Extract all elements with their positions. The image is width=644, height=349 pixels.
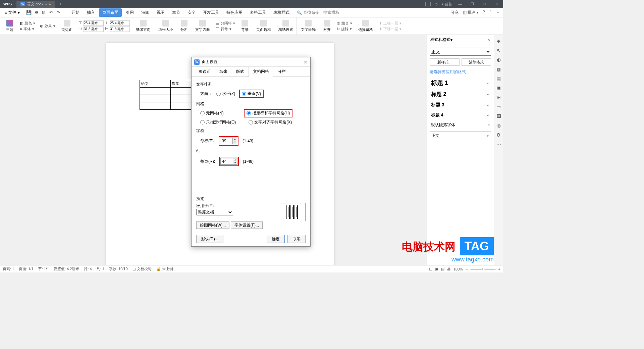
status-proof[interactable]: ▢ 文档校对 [132,266,152,271]
current-style-select[interactable]: 正文 [430,48,491,56]
font-setting-button[interactable]: 字体设置(F)... [231,221,263,229]
style-h2[interactable]: 标题 2↵ [430,89,491,100]
table-cell[interactable] [140,88,171,95]
perline-input[interactable] [220,138,232,144]
columns-button[interactable]: 分栏 [179,20,189,32]
zoom-slider[interactable]: ———⊙——— [471,267,496,271]
background-button[interactable]: 背景 [240,20,250,32]
dtab-columns[interactable]: 分栏 [273,67,290,77]
add-tab-button[interactable]: + [55,1,66,7]
maximize-button[interactable]: □ [480,2,488,6]
effect-button[interactable]: ◐ 效果 ▾ [40,23,55,29]
clear-format-button[interactable]: 清除格式 [462,58,491,66]
tab-start[interactable]: 开始 [68,8,83,17]
command-search[interactable]: 🔍 查找命令、搜索模板 [297,10,339,15]
strip-icon[interactable]: ▦ [496,66,502,72]
status-words[interactable]: 字数: 10/10 [109,266,128,271]
tab-dev[interactable]: 开发工具 [200,8,222,17]
strip-icon[interactable]: ⋯ [496,142,502,148]
view-icon[interactable]: 🖶 [447,267,451,271]
annotate-button[interactable]: ◫ 批注 ▾ [463,10,479,15]
strip-icon[interactable]: ▣ [496,85,502,91]
up-button[interactable]: ⬆ 上移一层 ▾ [379,21,401,26]
margin-top[interactable]: ⊤ ⊥ [79,20,130,26]
zoom-out-icon[interactable]: − [466,267,468,271]
style-h4[interactable]: 标题 4↵ [430,110,491,120]
radio-lineonly[interactable]: 只指定行网格(O) [200,119,236,125]
table-cell[interactable]: 语文 [140,80,171,88]
dtab-grid[interactable]: 文档网格 [249,67,273,77]
breaks-button[interactable]: ☰ 分隔符 ▾ [216,21,235,26]
strip-icon[interactable]: ◆ [496,38,502,44]
zoom-value[interactable]: 100% [453,267,463,271]
down-button[interactable]: ⬇ 下移一层 ▾ [379,27,401,32]
user-avatar[interactable]: ● 普普 [441,2,452,7]
status-page[interactable]: 页码: 1 [3,266,14,271]
radio-vertical[interactable]: 垂直(V) [242,91,261,97]
help-icon[interactable]: ? [483,10,485,15]
undo-icon[interactable]: ↶ [48,10,54,16]
combine-button[interactable]: ◫ 组合 ▾ [337,21,352,26]
dtab-margins[interactable]: 页边距 [194,67,215,77]
panel-close-icon[interactable]: ✕ [487,38,490,42]
strip-icon[interactable]: ◐ [496,57,502,63]
file-menu[interactable]: ≡ 文件 ▾ [3,9,22,16]
strip-icon[interactable]: ⊞ [496,95,502,101]
cancel-button[interactable]: 取消 [287,235,306,243]
perline-spinner[interactable]: ▲▼ [220,138,237,144]
minimize-button[interactable]: — [456,2,464,6]
tab-view[interactable]: 视图 [153,8,168,17]
linenum-button[interactable]: ☰ 行号 ▾ [216,27,235,32]
spin-down-icon[interactable]: ▼ [233,141,237,144]
tab-tablestyle[interactable]: 表格样式 [270,8,293,17]
tab-layout[interactable]: 页面布局 [99,8,122,17]
style-h1[interactable]: 标题 1↵ [430,77,491,89]
cloud-icon[interactable]: ◇ [435,2,437,6]
tab-menu-icon[interactable]: ▫ [45,2,47,6]
preview-icon[interactable]: 🗎 [41,10,47,16]
spin-up-icon[interactable]: ▲ [233,138,237,141]
textdir-button[interactable]: 文字方向 [194,20,211,32]
wrap-button[interactable]: 文字环绕 [300,20,317,32]
badge-icon[interactable]: 1 [425,2,431,6]
tab-tabletools[interactable]: 表格工具 [247,8,269,17]
strip-icon[interactable]: 🖼 [496,113,502,119]
applyto-select[interactable]: 整篇文档 [196,209,233,215]
ok-button[interactable]: 确定 [267,235,285,243]
print-icon[interactable]: 🖶 [33,10,39,16]
radio-nogrid[interactable]: 无网格(N) [200,110,224,116]
table-cell[interactable] [140,102,171,110]
default-button[interactable]: 默认(D)... [196,235,223,243]
save-icon[interactable]: 💾 [26,10,32,16]
tab-reference[interactable]: 引用 [122,8,137,17]
dtab-layout[interactable]: 版式 [232,67,249,77]
radio-horizontal[interactable]: 水平(Z) [216,91,235,97]
theme-button[interactable]: 主题 [5,20,15,32]
collapse-icon[interactable]: ⌃ [489,10,492,15]
radio-linechar[interactable]: 指定行和字符网格(H) [247,110,290,116]
dialog-close-button[interactable]: ✕ [304,59,308,65]
color-button[interactable]: ◧ 颜色 ▾ [20,21,35,26]
margin-left[interactable]: ⊣ ⊢ [79,27,130,32]
radio-alignchar[interactable]: 文字对齐字符网格(X) [249,119,292,125]
strip-icon[interactable]: ⚙ [496,132,502,138]
document-tab[interactable]: W 语文.docx ▫ ● [16,1,55,8]
tab-insert[interactable]: 插入 [84,8,98,17]
spin-up-icon[interactable]: ▲ [233,158,237,161]
close-button[interactable]: ✕ [492,2,500,6]
paper-button[interactable]: 稿纸设置 [277,20,294,32]
view-icon[interactable]: ▢ [429,267,432,271]
font-button[interactable]: A 字体 ▾ [20,27,35,32]
style-h3[interactable]: 标题 3↵ [430,100,491,110]
tab-pin-icon[interactable]: ● [49,2,51,6]
tab-security[interactable]: 安全 [184,8,199,17]
table-cell[interactable] [140,95,171,102]
pane-button[interactable]: 选择窗格 [357,20,374,32]
status-pages[interactable]: 页面: 1/1 [19,266,33,271]
more-icon[interactable]: ⌄ [496,10,500,15]
strip-icon[interactable]: ▭ [496,104,502,110]
perpage-input[interactable] [221,158,233,164]
papersize-button[interactable]: 纸张大小 [157,20,174,32]
strip-icon[interactable]: ↖ [496,48,502,54]
align-button[interactable]: 对齐 [322,20,332,32]
